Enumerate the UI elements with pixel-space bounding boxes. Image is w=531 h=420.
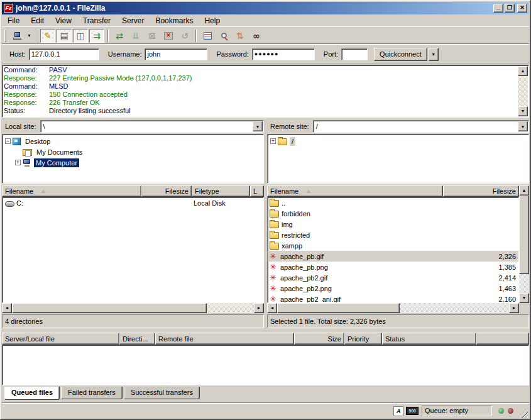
queue-col-priority[interactable]: Priority bbox=[344, 333, 382, 345]
local-col-filetype[interactable]: Filetype bbox=[192, 185, 250, 197]
scroll-left-icon[interactable]: ◄ bbox=[267, 303, 277, 313]
scrollbar-thumb[interactable] bbox=[519, 196, 529, 274]
toggle-remote-tree-button[interactable]: ◫ bbox=[73, 29, 88, 43]
tree-item-my-documents[interactable]: My Documents bbox=[4, 146, 263, 157]
scroll-up-icon[interactable]: ▲ bbox=[518, 66, 528, 76]
queue-col-status[interactable]: Status bbox=[382, 333, 476, 345]
queue-col-server-local-file[interactable]: Server/Local file bbox=[2, 333, 119, 345]
menu-bookmarks[interactable]: Bookmarks bbox=[150, 15, 199, 26]
menu-file[interactable]: File bbox=[2, 15, 25, 26]
maximize-button[interactable]: ❐ bbox=[505, 4, 515, 13]
menu-help[interactable]: Help bbox=[199, 15, 226, 26]
remote-file-row[interactable]: ✳apache_pb2.png1,463 bbox=[268, 283, 518, 294]
cancel-button[interactable]: ⊠ bbox=[145, 29, 160, 43]
scrollbar-track[interactable] bbox=[518, 76, 528, 106]
port-label: Port: bbox=[324, 50, 338, 58]
local-site-label: Local site: bbox=[2, 123, 40, 130]
tree-item-root[interactable]: + / bbox=[269, 136, 528, 146]
local-col-lastmodified[interactable]: L bbox=[250, 185, 264, 197]
resize-grip[interactable] bbox=[518, 409, 528, 418]
tree-item-my-computer[interactable]: + My Computer bbox=[4, 157, 263, 168]
remote-file-row-selected[interactable]: ✳apache_pb.gif2,326 bbox=[268, 251, 518, 262]
port-input[interactable] bbox=[341, 48, 368, 60]
remote-hscrollbar[interactable]: ◄ ► bbox=[267, 303, 519, 313]
remote-vscrollbar[interactable]: ▲ ▼ bbox=[519, 185, 529, 303]
username-input[interactable] bbox=[145, 48, 207, 60]
scroll-right-icon[interactable]: ► bbox=[509, 303, 519, 313]
password-input[interactable] bbox=[252, 48, 315, 60]
queue-col-size[interactable]: Size bbox=[294, 333, 344, 345]
quickconnect-button[interactable]: Quickconnect bbox=[374, 48, 427, 61]
remote-file-row[interactable]: img bbox=[268, 219, 518, 229]
remote-col-filename[interactable]: Filename bbox=[267, 185, 443, 197]
scrollbar-track[interactable] bbox=[400, 303, 509, 313]
disconnect-button[interactable]: ✕ bbox=[161, 29, 176, 43]
expand-icon[interactable]: + bbox=[270, 138, 276, 144]
scroll-down-icon[interactable]: ▼ bbox=[518, 106, 528, 116]
scroll-right-icon[interactable]: ► bbox=[254, 303, 264, 313]
scroll-up-icon[interactable]: ▲ bbox=[519, 185, 529, 196]
remote-file-row[interactable]: ✳apache_pb.png1,385 bbox=[268, 262, 518, 272]
speed-limits-icon[interactable]: 500 bbox=[406, 407, 419, 415]
local-col-filesize[interactable]: Filesize bbox=[141, 185, 192, 197]
datatype-ascii-icon[interactable]: A bbox=[393, 406, 403, 416]
tree-item-desktop[interactable]: − Desktop bbox=[4, 136, 263, 146]
refresh-button[interactable]: ⇄ bbox=[112, 29, 127, 43]
scrollbar-track[interactable] bbox=[207, 303, 254, 313]
scrollbar-track[interactable] bbox=[519, 274, 529, 293]
toggle-queue-button[interactable]: ⇉ bbox=[89, 29, 104, 43]
scrollbar-thumb[interactable] bbox=[12, 303, 207, 313]
log-line: Command:PASV bbox=[4, 66, 517, 74]
quickconnect-bar: Host: Username: Password: Port: Quickcon… bbox=[2, 45, 529, 64]
image-file-icon: ✳ bbox=[270, 252, 279, 260]
scroll-down-icon[interactable]: ▼ bbox=[519, 293, 529, 303]
tab-queued-files[interactable]: Queued files bbox=[4, 387, 60, 400]
site-manager-button[interactable] bbox=[9, 29, 25, 43]
remote-file-row[interactable]: restricted bbox=[268, 229, 518, 240]
quickconnect-dropdown[interactable]: ▼ bbox=[429, 48, 439, 61]
filter-icon bbox=[204, 32, 212, 40]
titlebar[interactable]: Fz john@127.0.0.1 - FileZilla _ ❐ ✕ bbox=[2, 2, 529, 14]
sync-browsing-button[interactable]: ⇅ bbox=[233, 29, 248, 43]
site-manager-dropdown[interactable]: ▼ bbox=[25, 29, 33, 43]
remote-col-filesize[interactable]: Filesize bbox=[443, 185, 519, 197]
menu-transfer[interactable]: Transfer bbox=[77, 15, 116, 26]
queue-col-direction[interactable]: Directi... bbox=[119, 333, 155, 345]
log-scrollbar[interactable]: ▲ ▼ bbox=[518, 66, 528, 116]
queue-col-remote-file[interactable]: Remote file bbox=[155, 333, 294, 345]
my-computer-icon bbox=[23, 159, 31, 167]
reconnect-button[interactable]: ↺ bbox=[177, 29, 192, 43]
menu-edit[interactable]: Edit bbox=[25, 15, 50, 26]
compare-button[interactable] bbox=[216, 29, 231, 43]
scroll-left-icon[interactable]: ◄ bbox=[2, 303, 12, 313]
tab-successful-transfers[interactable]: Successful transfers bbox=[124, 387, 200, 399]
menu-server[interactable]: Server bbox=[116, 15, 150, 26]
remote-file-row[interactable]: ✳apache_pb2.gif2,414 bbox=[268, 272, 518, 283]
collapse-icon[interactable]: − bbox=[5, 138, 11, 144]
process-queue-button[interactable]: ⇊ bbox=[128, 29, 143, 43]
minimize-button[interactable]: _ bbox=[493, 4, 503, 13]
scrollbar-thumb[interactable] bbox=[277, 303, 400, 313]
local-hscrollbar[interactable]: ◄ ► bbox=[2, 303, 264, 313]
toggle-local-tree-button[interactable]: ▤ bbox=[57, 29, 72, 43]
remote-file-row[interactable]: ✳apache_pb2_ani.gif2,160 bbox=[268, 294, 518, 303]
find-button[interactable]: ∞ bbox=[249, 29, 264, 43]
toggle-log-button[interactable]: ✎ bbox=[40, 29, 55, 43]
host-input[interactable] bbox=[29, 48, 99, 60]
tab-failed-transfers[interactable]: Failed transfers bbox=[61, 387, 123, 399]
remote-file-row[interactable]: .. bbox=[268, 197, 518, 208]
remote-file-row[interactable]: forbidden bbox=[268, 208, 518, 219]
local-col-filename[interactable]: Filename bbox=[2, 185, 141, 197]
chevron-down-icon[interactable]: ▼ bbox=[518, 121, 528, 131]
local-file-row[interactable]: C: Local Disk bbox=[3, 197, 263, 208]
log-line: Status:Directory listing successful bbox=[4, 107, 517, 115]
close-button[interactable]: ✕ bbox=[517, 4, 527, 13]
local-site-combo[interactable]: \ ▼ bbox=[40, 120, 264, 133]
chevron-down-icon[interactable]: ▼ bbox=[253, 121, 263, 131]
remote-site-combo[interactable]: / ▼ bbox=[313, 120, 529, 133]
folder-icon bbox=[270, 221, 279, 228]
filter-button[interactable] bbox=[200, 29, 215, 43]
menu-view[interactable]: View bbox=[50, 15, 77, 26]
expand-icon[interactable]: + bbox=[15, 160, 21, 165]
remote-file-row[interactable]: xampp bbox=[268, 240, 518, 251]
